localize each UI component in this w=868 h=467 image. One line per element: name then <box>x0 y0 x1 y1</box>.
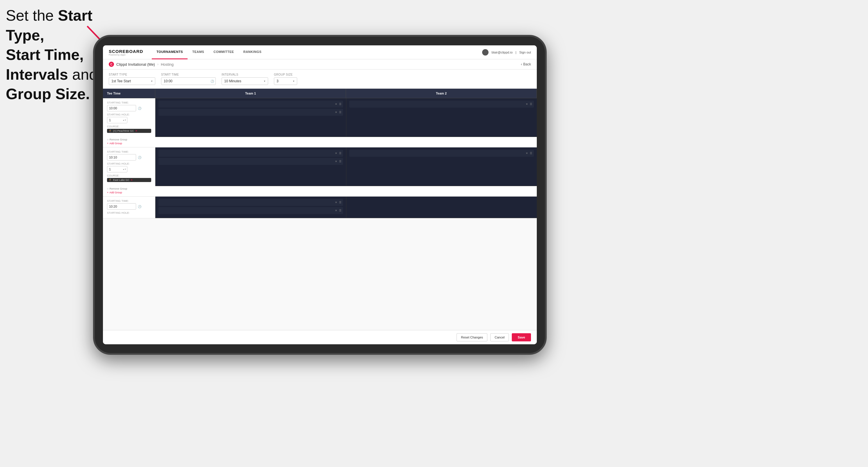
course-tag-2: 🏌 East Lake GC ✕ <box>107 178 151 182</box>
start-time-input[interactable] <box>161 77 216 85</box>
breadcrumb-tournament[interactable]: Clippd Invitational (Me) <box>116 62 155 67</box>
nav-right: blair@clippd.io | Sign out <box>482 49 531 56</box>
team1-edit-3b[interactable]: ☰ <box>339 209 341 212</box>
starting-time-input-row-2: 🕐 <box>107 154 151 160</box>
group-size-select-wrapper: 3 <box>274 77 297 85</box>
starting-hole-wrapper-1 <box>107 117 127 123</box>
team1-close-2b[interactable]: ✕ <box>335 160 337 163</box>
team1-edit-2b[interactable]: ☰ <box>339 160 341 163</box>
add-icon-2: + <box>107 191 108 194</box>
group-actions-1: ○ Remove Group + Add Group <box>103 137 537 147</box>
team1-close-2a[interactable]: ✕ <box>335 152 337 155</box>
course-label-2: COURSE: <box>107 174 151 177</box>
annotation-bold-4: Group Size. <box>6 86 90 102</box>
group-left-3: STARTING TIME: 🕐 STARTING HOLE: <box>103 196 155 218</box>
cancel-button[interactable]: Cancel <box>490 333 509 341</box>
starting-hole-input-2[interactable] <box>107 166 127 173</box>
nav-teams[interactable]: TEAMS <box>188 45 209 59</box>
intervals-select-wrapper: 10 Minutes <box>222 77 268 85</box>
team1-inner-2b: ✕ ☰ <box>158 158 343 165</box>
time-icon-3: 🕐 <box>138 205 141 208</box>
starting-time-label-1: STARTING TIME: <box>107 101 151 104</box>
controls-bar: Start Type 1st Tee Start Start Time Inte… <box>103 69 537 89</box>
reset-changes-button[interactable]: Reset Changes <box>457 333 487 341</box>
team1-inner-1a: ✕ ☰ <box>158 101 343 107</box>
starting-time-input-row-1: 🕐 <box>107 105 151 112</box>
group-size-select[interactable]: 3 <box>274 77 297 85</box>
start-type-label: Start Type <box>109 73 155 76</box>
remove-label-2: Remove Group <box>109 187 127 190</box>
remove-icon-1: ○ <box>107 138 108 141</box>
nav-committee[interactable]: COMMITTEE <box>209 45 239 59</box>
starting-hole-wrapper-2 <box>107 166 127 173</box>
nav-rankings[interactable]: RANKINGS <box>239 45 266 59</box>
time-icon-2: 🕐 <box>138 156 141 159</box>
logo-sub: Powered by clippd <box>109 54 143 56</box>
breadcrumb-bar: C Clippd Invitational (Me) › Hosting ‹ B… <box>103 59 537 69</box>
breadcrumb-left: C Clippd Invitational (Me) › Hosting <box>109 62 174 67</box>
team2-cell-1: ✕ ☰ <box>346 98 537 137</box>
team1-edit-3a[interactable]: ☰ <box>339 201 341 204</box>
course-icon-2: 🏌 <box>109 179 112 182</box>
team2-edit-1a[interactable]: ☰ <box>530 103 532 105</box>
breadcrumb-separator: › <box>157 62 158 66</box>
starting-time-input-row-3: 🕐 <box>107 203 151 210</box>
intervals-group: Intervals 10 Minutes <box>222 73 268 85</box>
tablet-screen: SCOREBOARD Powered by clippd TOURNAMENTS… <box>103 45 537 344</box>
nav-tournaments[interactable]: TOURNAMENTS <box>152 45 188 59</box>
nav-links: TOURNAMENTS TEAMS COMMITTEE RANKINGS <box>152 45 482 59</box>
team2-close-1a[interactable]: ✕ <box>526 103 528 105</box>
remove-icon-2: ○ <box>107 187 108 190</box>
th-team2: Team 2 <box>346 89 537 98</box>
annotation-bold-1: Start Type, <box>6 7 92 43</box>
course-tag-1: 🏌 (A) Peachtree GC ✕ <box>107 129 151 133</box>
logo-area: SCOREBOARD Powered by clippd <box>109 49 143 56</box>
starting-time-input-1[interactable] <box>107 105 136 112</box>
group-size-label: Group Size <box>274 73 297 76</box>
th-team1: Team 1 <box>155 89 346 98</box>
intervals-select[interactable]: 10 Minutes <box>222 77 268 85</box>
team1-close-3a[interactable]: ✕ <box>335 201 337 204</box>
course-remove-2[interactable]: ✕ <box>130 179 133 182</box>
starting-time-input-3[interactable] <box>107 203 136 210</box>
group-actions-2: ○ Remove Group + Add Group <box>103 186 537 196</box>
group-row-3: STARTING TIME: 🕐 STARTING HOLE: ✕ ☰ <box>103 196 537 218</box>
action-bar: Reset Changes Cancel Save <box>103 330 537 344</box>
team1-close-1b[interactable]: ✕ <box>335 111 337 114</box>
sign-out-link[interactable]: Sign out <box>519 51 531 54</box>
remove-group-2[interactable]: ○ Remove Group <box>107 187 533 190</box>
team1-edit-2a[interactable]: ☰ <box>339 152 341 155</box>
add-icon-1: + <box>107 142 108 145</box>
team1-inner-3a: ✕ ☰ <box>158 199 343 206</box>
th-tee-time: Tee Time <box>103 89 155 98</box>
team2-edit-2a[interactable]: ☰ <box>530 152 532 155</box>
save-button[interactable]: Save <box>512 333 531 341</box>
team1-edit-1b[interactable]: ☰ <box>339 111 341 114</box>
navbar: SCOREBOARD Powered by clippd TOURNAMENTS… <box>103 45 537 59</box>
start-type-group: Start Type 1st Tee Start <box>109 73 155 85</box>
start-type-select[interactable]: 1st Tee Start <box>109 77 155 85</box>
starting-time-input-2[interactable] <box>107 154 136 160</box>
course-icon-1: 🏌 <box>109 129 112 132</box>
time-icon-1: 🕐 <box>138 107 141 110</box>
team1-inner-1b: ✕ ☰ <box>158 109 343 116</box>
group-left-1: STARTING TIME: 🕐 STARTING HOLE: COURSE: … <box>103 98 155 137</box>
back-button[interactable]: ‹ Back <box>521 62 531 66</box>
team1-close-1a[interactable]: ✕ <box>335 103 337 105</box>
start-type-select-wrapper: 1st Tee Start <box>109 77 155 85</box>
team1-close-3b[interactable]: ✕ <box>335 209 337 212</box>
starting-hole-input-1[interactable] <box>107 117 127 123</box>
starting-hole-label-1: STARTING HOLE: <box>107 113 151 116</box>
table-header: Tee Time Team 1 Team 2 <box>103 89 537 98</box>
course-label-1: COURSE: <box>107 125 151 128</box>
remove-group-1[interactable]: ○ Remove Group <box>107 138 533 141</box>
team1-edit-1a[interactable]: ☰ <box>339 103 341 105</box>
team2-close-2a[interactable]: ✕ <box>526 152 528 155</box>
group-left-2: STARTING TIME: 🕐 STARTING HOLE: COURSE: … <box>103 148 155 186</box>
add-group-2[interactable]: + Add Group <box>107 191 533 194</box>
add-group-1[interactable]: + Add Group <box>107 142 533 145</box>
course-remove-1[interactable]: ✕ <box>135 129 137 132</box>
user-email: blair@clippd.io <box>491 51 513 54</box>
team1-cell-1: ✕ ☰ ✕ ☰ <box>155 98 346 137</box>
start-time-group: Start Time <box>161 73 216 85</box>
